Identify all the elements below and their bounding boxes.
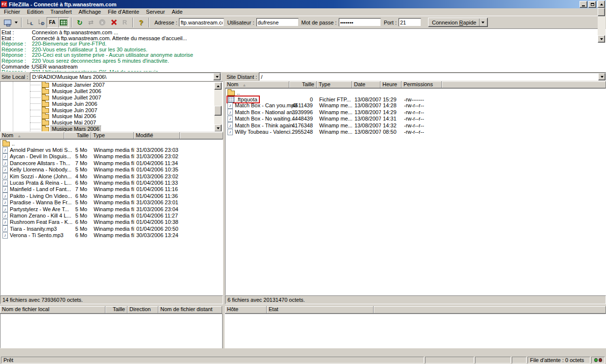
toggle-local-tree-button[interactable]: L — [24, 17, 35, 28]
local-file-row[interactable]: Dancecore Allstars - Th... 7 Mo Winamp m… — [0, 160, 223, 166]
local-file-row[interactable]: Rushroom Feat Fara - K... 6 Mo Winamp me… — [0, 219, 223, 225]
scroll-thumb[interactable] — [214, 106, 222, 116]
column-header-date[interactable]: Date — [352, 81, 380, 88]
column-header-permissions[interactable]: Permissions — [402, 81, 442, 88]
tree-item[interactable]: Musique Janvier 2007 — [0, 82, 223, 88]
toggle-filelist-button[interactable]: FA — [47, 17, 58, 28]
tree-scrollbar[interactable] — [214, 82, 222, 132]
file-modified: 01/04/2006 11:34 — [134, 160, 180, 166]
menu-item[interactable]: Fichier — [0, 8, 24, 16]
column-header-heure[interactable]: Heure — [380, 81, 402, 88]
file-name: Ramon Zerano - Kill 4 L... — [10, 213, 71, 218]
quickconnect-dropdown[interactable] — [479, 19, 486, 26]
port-input[interactable] — [399, 18, 421, 26]
column-header-type[interactable]: Type — [317, 81, 352, 88]
menu-item[interactable]: Affichage — [75, 8, 104, 16]
scroll-up-button[interactable] — [598, 0, 605, 8]
remote-file-row[interactable]: .ftpquota 0 Fichier FTP... 13/08/2007 15… — [226, 96, 606, 102]
file-time: 14:31 — [381, 116, 402, 121]
log-line-type: Réponse : — [1, 47, 32, 52]
password-input[interactable] — [339, 18, 381, 26]
user-input[interactable] — [256, 18, 299, 26]
file-modified: 01/04/2006 10:35 — [134, 167, 180, 172]
quickconnect-button[interactable]: Connexion Rapide — [428, 18, 488, 27]
tree-item[interactable]: Musique Mai 2007 — [0, 120, 223, 126]
local-file-row[interactable]: Paradise - Wanna Be Fr... 5 Mo Winamp me… — [0, 199, 223, 206]
remote-file-row[interactable]: Match Box - No waiting.... 4448439 Winam… — [226, 116, 606, 122]
column-header-etat[interactable]: Etat — [267, 306, 374, 314]
tree-item[interactable]: Musique Juin 2007 — [0, 107, 223, 113]
scroll-up-button[interactable] — [214, 82, 222, 90]
status-bar: Prêt File d'attente : 0 octets — [0, 356, 606, 364]
local-file-row[interactable]: Partystylerz - We Are T... 5 Mo Winamp m… — [0, 206, 223, 212]
tree-item[interactable]: Musique Juillet 2007 — [0, 95, 223, 101]
log-line-type: Commande : — [1, 64, 32, 70]
column-header-type[interactable]: Type — [91, 132, 134, 139]
log-scrollbar[interactable] — [598, 0, 606, 43]
scroll-down-button[interactable] — [214, 124, 222, 132]
scroll-thumb[interactable] — [598, 8, 605, 16]
local-file-row[interactable]: Mainfield - Land of Fant... 7 Mo Winamp … — [0, 186, 223, 193]
remote-file-row[interactable]: Match Box - Think again... 4176348 Winam… — [226, 122, 606, 128]
refresh-button[interactable]: ↻ — [74, 17, 85, 28]
remote-file-row[interactable]: Match Box - Can you.mp3 4611439 Winamp m… — [226, 102, 606, 109]
local-file-row[interactable]: Aycan - Devil In Disguis... 5 Mo Winamp … — [0, 153, 223, 160]
column-header-nom[interactable]: Nom▵ — [225, 81, 289, 88]
column-header-modifie[interactable]: Modifié — [134, 132, 180, 139]
local-path-combo[interactable]: D:\RADIO\Musique Mars 2006\ — [30, 73, 221, 81]
tree-item[interactable]: Musique Mars 2006 — [0, 126, 223, 132]
local-file-row[interactable]: .. — [0, 140, 223, 146]
queue-header-left: Nom de fichier local Taille Direction No… — [0, 306, 222, 314]
file-size: 4176348 — [290, 122, 317, 128]
remote-file-row[interactable]: Willy Toubeau - Valenci... 2955248 Winam… — [226, 128, 606, 135]
restore-button[interactable] — [588, 1, 596, 8]
toolbar-separator — [21, 18, 22, 27]
app-icon[interactable]: FZ — [1, 1, 7, 7]
menu-item[interactable]: Edition — [24, 8, 47, 16]
remote-path-dropdown[interactable] — [598, 73, 606, 80]
local-file-row[interactable]: Kim Sozzi - Alone (John... 4 Mo Winamp m… — [0, 173, 223, 179]
help-button[interactable]: ? — [135, 17, 147, 28]
toggle-queue-button[interactable] — [58, 17, 69, 28]
local-file-row[interactable]: Ramon Zerano - Kill 4 L... 5 Mo Winamp m… — [0, 212, 223, 218]
column-header-taille[interactable]: Taille — [289, 81, 317, 88]
address-input[interactable] — [179, 18, 224, 26]
column-header-local-filename[interactable]: Nom de fichier local — [0, 306, 105, 314]
local-file-row[interactable]: Tiara - Insanity.mp3 5 Mo Winamp media f… — [0, 225, 223, 232]
toolbar-separator — [149, 18, 150, 27]
menu-item[interactable]: Aide — [168, 8, 186, 16]
local-file-row[interactable]: Pakito - Living On Video... 6 Mo Winamp … — [0, 193, 223, 199]
site-manager-button[interactable] — [2, 17, 13, 28]
queue-splitter[interactable] — [222, 314, 225, 348]
log-line-message: 220-Vous etes l'utilisateur 1 sur les 30… — [32, 47, 148, 52]
tree-item-label: Musique Mai 2007 — [51, 120, 97, 125]
minimize-button[interactable] — [580, 1, 587, 8]
tree-item[interactable]: Musique Juin 2006 — [0, 100, 223, 107]
local-file-row[interactable]: Kelly Llorenna - Nobody... 5 Mo Winamp m… — [0, 167, 223, 173]
column-header-nom[interactable]: Nom▵ — [0, 132, 64, 139]
local-file-row[interactable]: Lucas Prata & Reina - L... 6 Mo Winamp m… — [0, 179, 223, 186]
scroll-down-button[interactable] — [598, 35, 605, 43]
menu-item[interactable]: File d'Attente — [104, 8, 143, 16]
menu-item[interactable]: Transfert — [47, 8, 76, 16]
tree-item[interactable]: Musique Mai 2006 — [0, 113, 223, 120]
menu-item[interactable]: Serveur — [143, 8, 169, 16]
tree-item[interactable]: Musique Juillet 2006 — [0, 88, 223, 95]
file-name: Match Box - Can you.mp3 — [235, 102, 297, 108]
column-header-hote[interactable]: Hôte — [225, 306, 267, 314]
remote-path-combo[interactable]: / — [259, 73, 606, 81]
site-manager-dropdown[interactable] — [13, 17, 19, 28]
remote-file-row[interactable]: .. — [226, 89, 606, 96]
remote-file-row[interactable]: Match Box - National an... 3939996 Winam… — [226, 109, 606, 115]
toggle-remote-tree-button[interactable]: D — [35, 17, 47, 28]
disconnect-button[interactable] — [108, 17, 119, 28]
remote-file-list: .. .ftpquota 0 Fichier FTP... 13/08/2007… — [225, 88, 606, 295]
column-header-taille[interactable]: Taille — [105, 306, 127, 314]
local-file-row[interactable]: Verona - Ti Sento.mp3 6 Mo Winamp media … — [0, 232, 223, 238]
file-icon — [2, 232, 8, 239]
column-header-direction[interactable]: Direction — [127, 306, 158, 314]
column-header-taille[interactable]: Taille — [64, 132, 91, 139]
column-header-remote-filename[interactable]: Nom de fichier distant — [158, 306, 222, 314]
local-file-row[interactable]: Arnold Palmer vs Moti S... 5 Mo Winamp m… — [0, 146, 223, 153]
local-path-dropdown[interactable] — [213, 73, 221, 80]
